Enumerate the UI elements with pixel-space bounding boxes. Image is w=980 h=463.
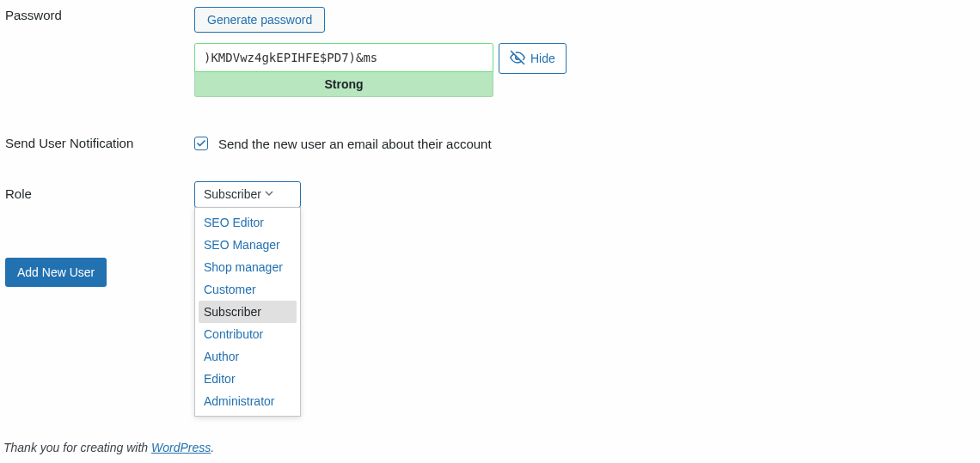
role-option[interactable]: Customer	[199, 278, 297, 301]
password-strength-indicator: Strong	[194, 72, 493, 97]
role-listbox[interactable]: SEO EditorSEO ManagerShop managerCustome…	[194, 207, 301, 417]
send-notification-checkbox[interactable]	[194, 137, 208, 150]
password-input[interactable]	[194, 43, 493, 72]
role-option[interactable]: Subscriber	[199, 301, 297, 323]
role-option[interactable]: Author	[199, 345, 297, 368]
send-notification-text: Send the new user an email about their a…	[218, 137, 492, 151]
role-option[interactable]: Contributor	[199, 323, 297, 345]
wordpress-link[interactable]: WordPress	[151, 441, 211, 454]
role-option[interactable]: SEO Editor	[199, 211, 297, 234]
role-option[interactable]: Administrator	[199, 390, 297, 412]
hide-password-button[interactable]: Hide	[499, 43, 567, 74]
eye-slash-icon	[510, 50, 525, 68]
send-notification-label: Send User Notification	[5, 135, 194, 152]
role-option[interactable]: Editor	[199, 368, 297, 390]
role-option[interactable]: SEO Manager	[199, 234, 297, 256]
chevron-down-icon	[262, 186, 276, 203]
password-label: Password	[5, 7, 194, 24]
role-label: Role	[5, 186, 194, 203]
generate-password-button[interactable]: Generate password	[194, 7, 325, 33]
role-option[interactable]: Shop manager	[199, 256, 297, 278]
footer-credit: Thank you for creating with WordPress.	[3, 441, 214, 454]
role-select[interactable]: Subscriber	[194, 181, 301, 208]
add-new-user-button[interactable]: Add New User	[5, 258, 107, 287]
